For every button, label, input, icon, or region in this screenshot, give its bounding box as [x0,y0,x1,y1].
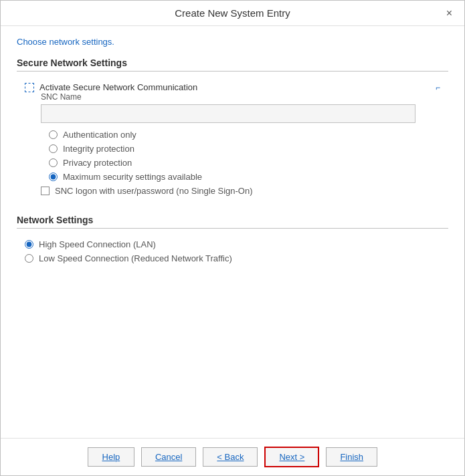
secure-network-title: Secure Network Settings [17,57,448,72]
snc-name-label: SNC Name [41,92,440,102]
secure-network-content: Activate Secure Network Communication ⌐ … [17,77,448,201]
snc-name-input[interactable] [41,104,415,123]
network-title: Network Settings [17,215,448,229]
dialog-body: Choose network settings. Secure Network … [1,26,464,438]
finish-button[interactable]: Finish [326,447,377,467]
network-section: Network Settings High Speed Connection (… [17,215,448,273]
radio-low-speed[interactable] [25,254,33,263]
radio-row-auth: Authentication only [49,130,440,140]
radio-row-integrity: Integrity protection [49,144,440,154]
radio-integrity[interactable] [49,144,58,153]
radio-privacy-label: Privacy protection [63,158,132,168]
close-button[interactable]: × [442,6,456,21]
expand-bracket-right-icon: ⌐ [436,83,440,92]
back-button[interactable]: < Back [203,447,258,467]
network-radio-row-lan: High Speed Connection (LAN) [25,239,440,249]
dialog-footer: Help Cancel < Back Next > Finish [1,438,464,475]
radio-integrity-label: Integrity protection [63,144,134,154]
next-button[interactable]: Next > [264,447,319,467]
snc-logon-row: SNC logon with user/password (no Single … [41,186,440,196]
radio-max-label: Maximum security settings available [63,172,202,182]
radio-max[interactable] [49,172,58,181]
expand-bracket-icon [25,83,34,92]
subtitle: Choose network settings. [17,37,448,47]
cancel-button[interactable]: Cancel [141,447,196,467]
dialog-title: Create New System Entry [175,7,290,19]
secure-network-section: Secure Network Settings Activate Secure … [17,57,448,201]
radio-low-speed-label: Low Speed Connection (Reduced Network Tr… [39,253,232,263]
radio-high-speed[interactable] [25,240,33,249]
network-content: High Speed Connection (LAN) Low Speed Co… [17,234,448,273]
activate-row: Activate Secure Network Communication ⌐ [25,82,440,92]
radio-row-max: Maximum security settings available [49,172,440,182]
activate-label: Activate Secure Network Communication [39,82,197,92]
radio-group: Authentication only Integrity protection… [41,130,440,182]
help-button[interactable]: Help [88,447,134,467]
network-radio-row-low: Low Speed Connection (Reduced Network Tr… [25,253,440,263]
snc-logon-label: SNC logon with user/password (no Single … [55,186,253,196]
snc-logon-checkbox[interactable] [41,187,50,195]
dialog: Create New System Entry × Choose network… [0,0,465,476]
radio-auth-label: Authentication only [63,130,136,140]
dialog-header: Create New System Entry × [1,1,464,26]
radio-auth[interactable] [49,130,58,139]
snc-block: SNC Name Authentication only Integrity p… [25,92,440,196]
radio-privacy[interactable] [49,158,58,167]
radio-high-speed-label: High Speed Connection (LAN) [39,239,156,249]
radio-row-privacy: Privacy protection [49,158,440,168]
